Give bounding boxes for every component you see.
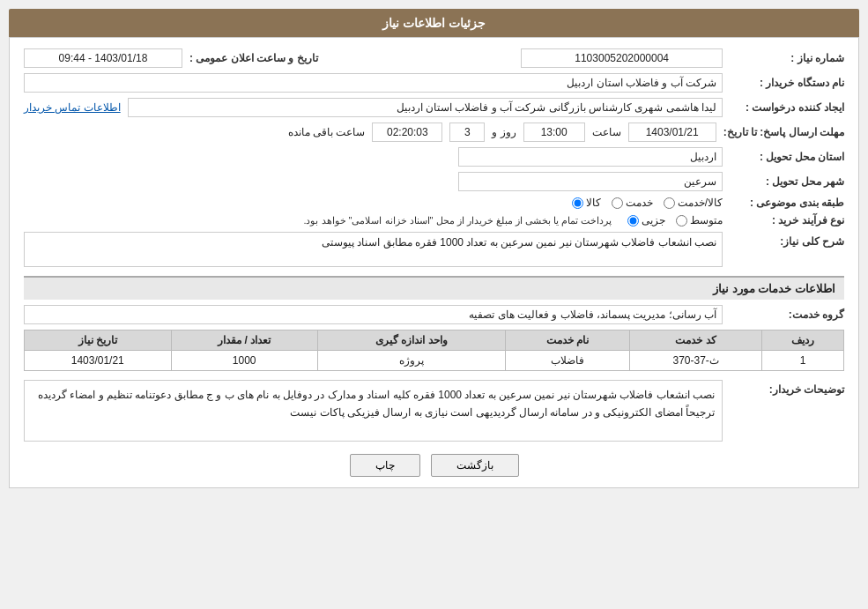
table-row: 1ث-37-370فاضلابپروژه10001403/01/21: [25, 351, 844, 371]
jozvi-label: جزیی: [642, 214, 665, 227]
shahr-value: سرعین: [458, 172, 723, 191]
ostan-value: اردبیل: [458, 147, 723, 167]
tosihaat-value: نصب انشعاب فاضلاب شهرستان نیر نمین سرعین…: [24, 380, 723, 442]
tabaqe-kala-khadamat-label: کالا/خدمت: [678, 197, 723, 209]
mohlat-label: مهلت ارسال پاسخ: تا تاریخ:: [723, 126, 844, 138]
services-table: ردیف کد خدمت نام خدمت واحد اندازه گیری ت…: [24, 330, 844, 371]
tabaqe-kala-khadamat-radio[interactable]: [664, 197, 675, 209]
page-title: جزئیات اطلاعات نیاز: [9, 9, 859, 37]
remaining-label: ساعت باقی مانده: [288, 126, 366, 138]
shomara-niaz-label: شماره نیاز :: [730, 52, 844, 64]
motavasset-label: متوسط: [690, 214, 723, 227]
jozvi-radio[interactable]: [627, 215, 639, 227]
tarikhe-elaan-value: 1403/01/18 - 09:44: [24, 48, 182, 68]
col-tarikh: تاریخ نیاز: [25, 330, 172, 351]
col-vahed: واحد اندازه گیری: [317, 330, 505, 351]
shahr-label: شهر محل تحویل :: [730, 175, 844, 188]
ijad-konande-value: لیدا هاشمی شهری کارشناس بازرگانی شرکت آب…: [128, 98, 723, 117]
nam-dastgah-label: نام دستگاه خریدار :: [730, 77, 844, 89]
col-tedad: تعداد / مقدار: [171, 330, 317, 351]
tabaqe-label: طبقه بندی موضوعی :: [730, 197, 844, 209]
farayand-desc: پرداخت تمام یا بخشی از مبلغ خریدار از مح…: [303, 215, 612, 227]
grooh-label: گروه خدمت:: [730, 308, 844, 321]
sharh-koli-label: شرح کلی نیاز:: [730, 232, 844, 248]
tabaqe-kala-radio[interactable]: [572, 197, 583, 209]
sharh-koli-value: نصب انشعاب فاضلاب شهرستان نیر نمین سرعین…: [24, 232, 723, 267]
ijad-konande-label: ایجاد کننده درخواست :: [730, 101, 844, 114]
bazgasht-button[interactable]: بازگشت: [431, 454, 519, 477]
grooh-value: آب رسانی؛ مدیریت پسماند، فاضلاب و فعالیت…: [24, 305, 723, 324]
ostan-label: استان محل تحویل :: [730, 151, 844, 163]
date-value: 1403/01/21: [628, 123, 716, 142]
motavasset-radio[interactable]: [676, 215, 687, 227]
time-label: ساعت: [592, 126, 621, 138]
tosihaat-label: توضیحات خریدار:: [730, 380, 844, 396]
rooz-value: 3: [449, 123, 485, 142]
contact-link[interactable]: اطلاعات تماس خریدار: [24, 101, 121, 114]
tabaqe-kala-label: کالا: [586, 197, 601, 209]
shomara-niaz-value: 1103005202000004: [521, 48, 723, 68]
khadamat-section-title: اطلاعات خدمات مورد نیاز: [24, 276, 844, 300]
col-nam: نام خدمت: [506, 330, 630, 351]
rooz-label: روز و: [492, 126, 516, 138]
chap-button[interactable]: چاپ: [350, 454, 420, 477]
tarikhe-elaan-label: تاریخ و ساعت اعلان عمومی :: [189, 52, 318, 64]
tabaqe-khadamat-radio[interactable]: [612, 197, 623, 209]
col-radif: ردیف: [762, 330, 844, 351]
nooa-farayand-label: نوع فرآیند خرید :: [730, 214, 844, 227]
time-value: 13:00: [523, 123, 585, 142]
col-kod: کد خدمت: [630, 330, 762, 351]
nam-dastgah-value: شرکت آب و فاضلاب استان اردبیل: [24, 73, 723, 93]
tabaqe-khadamat-label: خدمت: [626, 197, 653, 209]
remaining-value: 02:20:03: [372, 123, 442, 142]
